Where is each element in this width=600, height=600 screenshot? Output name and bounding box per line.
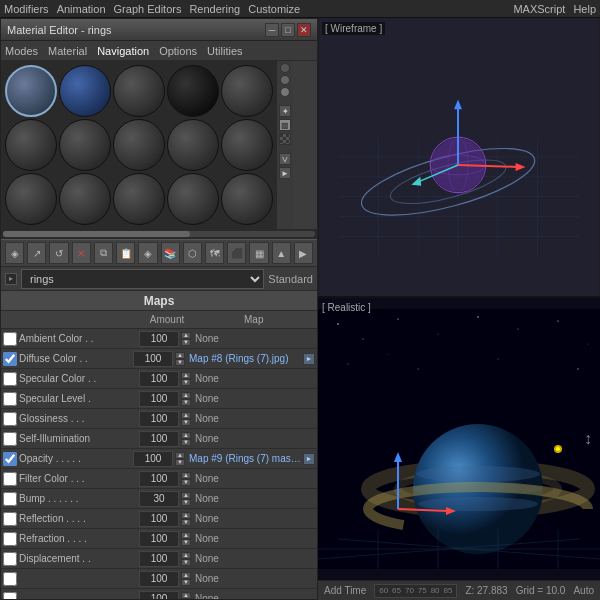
add-time-label[interactable]: Add Time: [324, 585, 366, 596]
maximize-button[interactable]: □: [281, 23, 295, 37]
map-amount-spinner[interactable]: ▲▼: [181, 532, 191, 546]
map-amount-spinner[interactable]: ▲▼: [181, 592, 191, 600]
sphere-size-large[interactable]: [280, 87, 290, 97]
spin-up[interactable]: ▲: [181, 552, 191, 559]
spin-down[interactable]: ▼: [181, 339, 191, 346]
backlight-button[interactable]: ✦: [279, 105, 291, 117]
map-value[interactable]: Map #9 (Rings (7) mask.jpg): [189, 453, 303, 464]
spin-up[interactable]: ▲: [181, 492, 191, 499]
map-amount-spinner[interactable]: ▲▼: [181, 372, 191, 386]
spin-up[interactable]: ▲: [181, 432, 191, 439]
menu-customize[interactable]: Customize: [248, 3, 300, 15]
sphere-size-small[interactable]: [280, 63, 290, 73]
spin-up[interactable]: ▲: [181, 412, 191, 419]
map-amount-value[interactable]: 100: [139, 411, 179, 427]
map-amount-spinner[interactable]: ▲▼: [181, 412, 191, 426]
map-amount-spinner[interactable]: ▲▼: [181, 572, 191, 586]
map-amount-spinner[interactable]: ▲▼: [181, 492, 191, 506]
material-name-select[interactable]: rings: [21, 269, 264, 289]
map-value[interactable]: Map #8 (Rings (7).jpg): [189, 353, 303, 364]
spin-up[interactable]: ▲: [181, 472, 191, 479]
spin-up[interactable]: ▲: [181, 532, 191, 539]
preview-button[interactable]: ►: [279, 167, 291, 179]
map-amount-value[interactable]: 100: [139, 531, 179, 547]
video-color-check[interactable]: V: [279, 153, 291, 165]
viewport-top[interactable]: [ Wireframe ]: [318, 18, 600, 298]
paste-button[interactable]: 📋: [116, 242, 135, 264]
map-amount-value[interactable]: 100: [133, 451, 173, 467]
map-amount-value[interactable]: 100: [139, 591, 179, 600]
map-amount-spinner[interactable]: ▲▼: [181, 432, 191, 446]
menu-animation[interactable]: Animation: [57, 3, 106, 15]
sphere-size-medium[interactable]: [280, 75, 290, 85]
map-checkbox[interactable]: [3, 392, 17, 406]
map-amount-spinner[interactable]: ▲▼: [181, 472, 191, 486]
map-checkbox[interactable]: [3, 332, 17, 346]
spin-up[interactable]: ▲: [181, 512, 191, 519]
map-checkbox[interactable]: [3, 472, 17, 486]
spin-up[interactable]: ▲: [175, 452, 185, 459]
spin-down[interactable]: ▼: [181, 419, 191, 426]
map-amount-value[interactable]: 100: [139, 431, 179, 447]
material-sphere-2[interactable]: [59, 65, 111, 117]
map-checkbox[interactable]: [3, 412, 17, 426]
spin-down[interactable]: ▼: [181, 579, 191, 586]
spin-up[interactable]: ▲: [181, 392, 191, 399]
spin-down[interactable]: ▼: [181, 559, 191, 566]
map-amount-spinner[interactable]: ▲▼: [175, 352, 185, 366]
checker-bg[interactable]: [279, 133, 291, 145]
material-sphere-13[interactable]: [113, 173, 165, 225]
menu-options[interactable]: Options: [159, 45, 197, 57]
show-background-button[interactable]: ⬛: [227, 242, 246, 264]
material-sphere-11[interactable]: [5, 173, 57, 225]
material-sphere-6[interactable]: [5, 119, 57, 171]
spin-down[interactable]: ▼: [181, 379, 191, 386]
map-navigate-arrow[interactable]: ►: [303, 353, 315, 365]
material-sphere-3[interactable]: [113, 65, 165, 117]
spin-up[interactable]: ▲: [181, 592, 191, 599]
material-sphere-5[interactable]: [221, 65, 273, 117]
delete-button[interactable]: ✕: [72, 242, 91, 264]
copy-button[interactable]: ⧉: [94, 242, 113, 264]
map-amount-value[interactable]: 100: [139, 471, 179, 487]
spheres-scrollbar[interactable]: [1, 229, 317, 239]
map-amount-value[interactable]: 100: [139, 571, 179, 587]
map-amount-spinner[interactable]: ▲▼: [181, 512, 191, 526]
spin-down[interactable]: ▼: [181, 539, 191, 546]
menu-rendering[interactable]: Rendering: [189, 3, 240, 15]
spin-down[interactable]: ▼: [181, 599, 191, 600]
menu-maxscript[interactable]: MAXScript: [513, 3, 565, 15]
spin-up[interactable]: ▲: [175, 352, 185, 359]
map-amount-value[interactable]: 100: [139, 331, 179, 347]
viewport-bottom[interactable]: [ Realistic ]: [318, 298, 600, 580]
go-to-parent-button[interactable]: ▲: [272, 242, 291, 264]
reset-map-button[interactable]: ↺: [49, 242, 68, 264]
spin-down[interactable]: ▼: [181, 479, 191, 486]
show-end-result-button[interactable]: ▦: [249, 242, 268, 264]
map-amount-spinner[interactable]: ▲▼: [181, 332, 191, 346]
map-amount-value[interactable]: 100: [139, 371, 179, 387]
menu-material[interactable]: Material: [48, 45, 87, 57]
add-time-button-area[interactable]: Add Time: [324, 585, 366, 596]
map-checkbox[interactable]: [3, 432, 17, 446]
spin-down[interactable]: ▼: [175, 459, 185, 466]
map-checkbox[interactable]: [3, 452, 17, 466]
menu-graph-editors[interactable]: Graph Editors: [114, 3, 182, 15]
spin-up[interactable]: ▲: [181, 332, 191, 339]
material-sphere-15[interactable]: [221, 173, 273, 225]
map-amount-value[interactable]: 30: [139, 491, 179, 507]
close-button[interactable]: ✕: [297, 23, 311, 37]
pick-material-button[interactable]: ◈: [5, 242, 24, 264]
spin-down[interactable]: ▼: [175, 359, 185, 366]
map-amount-spinner[interactable]: ▲▼: [175, 452, 185, 466]
show-map-button[interactable]: 🗺: [205, 242, 224, 264]
timeline-area[interactable]: 60 65 70 75 80 85: [374, 584, 457, 598]
map-checkbox[interactable]: [3, 492, 17, 506]
map-checkbox[interactable]: [3, 352, 17, 366]
spin-up[interactable]: ▲: [181, 372, 191, 379]
material-sphere-14[interactable]: [167, 173, 219, 225]
spin-up[interactable]: ▲: [181, 572, 191, 579]
map-amount-value[interactable]: 100: [139, 391, 179, 407]
navigate-forward-button[interactable]: ▶: [294, 242, 313, 264]
menu-utilities[interactable]: Utilities: [207, 45, 242, 57]
